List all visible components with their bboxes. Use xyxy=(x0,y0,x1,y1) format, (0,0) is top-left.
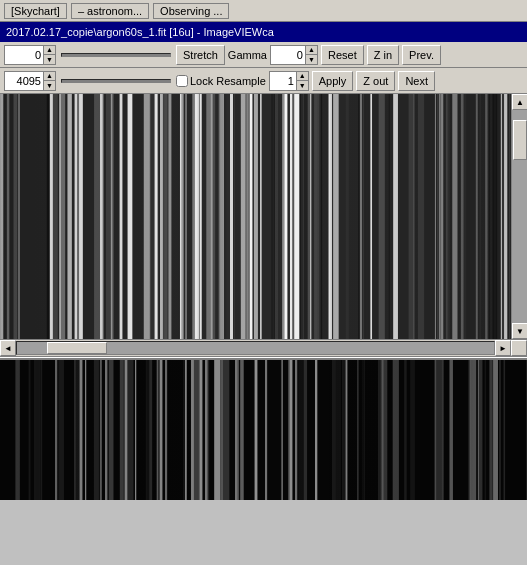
hscroll-left-btn[interactable]: ◄ xyxy=(0,340,16,356)
hscroll-right-btn[interactable]: ► xyxy=(495,340,511,356)
prev-button[interactable]: Prev. xyxy=(402,45,441,65)
lock-checkbox-group: Lock xyxy=(176,75,213,87)
gamma-arrows: ▲ ▼ xyxy=(306,45,318,65)
controls-row-2: ▲ ▼ Lock Resample ▲ ▼ Apply Z out Next xyxy=(0,68,527,94)
tab-astronom[interactable]: – astronom... xyxy=(71,3,149,19)
apply-button[interactable]: Apply xyxy=(312,71,354,91)
value2-arrows: ▲ ▼ xyxy=(44,71,56,91)
hscrollbar: ◄ ► xyxy=(0,339,527,357)
resample-input[interactable] xyxy=(269,71,297,91)
main-image-panel: ▲ ▼ xyxy=(0,94,527,339)
tab-observing[interactable]: Observing ... xyxy=(153,3,229,19)
stretch-arrows: ▲ ▼ xyxy=(44,45,56,65)
value2-input[interactable] xyxy=(4,71,44,91)
resample-spinner: ▲ ▼ xyxy=(269,71,309,91)
vscroll-up-btn[interactable]: ▲ xyxy=(512,94,527,110)
zout-button[interactable]: Z out xyxy=(356,71,395,91)
gamma-input[interactable] xyxy=(270,45,306,65)
stretch-spinner: ▲ ▼ xyxy=(4,45,56,65)
resample-arrows: ▲ ▼ xyxy=(297,71,309,91)
gamma-label: Gamma xyxy=(228,49,267,61)
stretch-slider[interactable] xyxy=(61,53,171,57)
next-button[interactable]: Next xyxy=(398,71,435,91)
right-scrollbar[interactable]: ▲ ▼ xyxy=(511,94,527,339)
vscroll-down-btn[interactable]: ▼ xyxy=(512,323,527,339)
stretch-input[interactable] xyxy=(4,45,44,65)
hscroll-corner xyxy=(511,340,527,356)
gamma-up-arrow[interactable]: ▲ xyxy=(306,46,317,56)
stretch-down-arrow[interactable]: ▼ xyxy=(44,55,55,64)
window-title-bar: 2017.02.17_copie\argon60s_1.fit [16u] - … xyxy=(0,22,527,42)
resample-label: Resample xyxy=(216,75,266,87)
vscroll-track[interactable] xyxy=(512,110,527,323)
tab-bar: [Skychart] – astronom... Observing ... xyxy=(0,0,527,22)
value2-up-arrow[interactable]: ▲ xyxy=(44,72,55,82)
lock-label: Lock xyxy=(190,75,213,87)
value2-down-arrow[interactable]: ▼ xyxy=(44,81,55,90)
bottom-image-panel xyxy=(0,360,527,500)
vscroll-thumb[interactable] xyxy=(513,120,527,160)
main-spectral-canvas xyxy=(0,94,527,339)
zin-button[interactable]: Z in xyxy=(367,45,399,65)
controls-row-1: ▲ ▼ Stretch Gamma ▲ ▼ Reset Z in Prev. xyxy=(0,42,527,68)
resample-up-arrow[interactable]: ▲ xyxy=(297,72,308,82)
hscroll-track[interactable] xyxy=(16,341,495,355)
hscroll-thumb[interactable] xyxy=(47,342,107,354)
value2-spinner: ▲ ▼ xyxy=(4,71,56,91)
bottom-spectral-canvas xyxy=(0,360,527,500)
tab-skychart[interactable]: [Skychart] xyxy=(4,3,67,19)
stretch-up-arrow[interactable]: ▲ xyxy=(44,46,55,56)
reset-button[interactable]: Reset xyxy=(321,45,364,65)
resample-down-arrow[interactable]: ▼ xyxy=(297,81,308,90)
window-title-text: 2017.02.17_copie\argon60s_1.fit [16u] - … xyxy=(6,26,274,38)
value2-slider[interactable] xyxy=(61,79,171,83)
gamma-spinner: ▲ ▼ xyxy=(270,45,318,65)
stretch-button[interactable]: Stretch xyxy=(176,45,225,65)
lock-checkbox[interactable] xyxy=(176,75,188,87)
gamma-down-arrow[interactable]: ▼ xyxy=(306,55,317,64)
